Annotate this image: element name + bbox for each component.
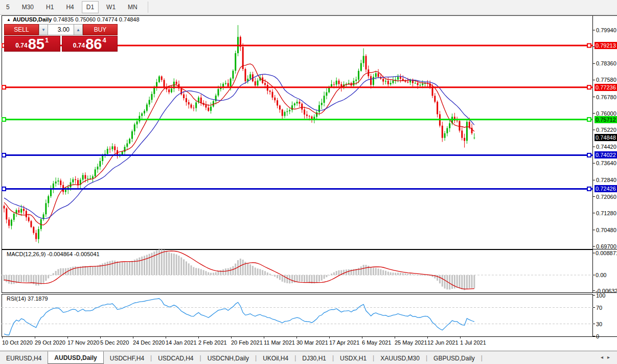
chart-header: ▲AUDUSD,Daily 0.74835 0.75060 0.74774 0.… <box>7 16 140 22</box>
price-tick-label: 0.69700 <box>596 243 616 250</box>
price-tick-label: 0.74420 <box>596 144 616 150</box>
tab-scroll-left-icon[interactable]: ◂ <box>601 354 607 360</box>
date-tick-label: 17 Nov 2020 <box>67 339 99 346</box>
mt4-window: { "toolbar": {"timeframes": ["5","M30","… <box>0 0 617 364</box>
main-chart-svg <box>0 0 617 364</box>
chart-tab-ukoil[interactable]: UKOil,H4 <box>257 352 294 364</box>
price-tick-label: 0.79940 <box>596 27 616 34</box>
chart-tab-usdx[interactable]: USDX,H1 <box>334 352 373 364</box>
macd-tick-label: 0.00 <box>596 272 606 279</box>
date-tick-label: 30 Mar 2021 <box>296 339 328 346</box>
level-price-badge: 0.75712 <box>595 116 617 123</box>
ma-8-line <box>4 64 474 225</box>
current-price-badge: 0.74848 <box>595 134 617 141</box>
chart-tab-usdcnh[interactable]: USDCNH,Daily <box>201 352 255 364</box>
volume-input[interactable]: 3.00 <box>48 24 74 35</box>
price-tick-label: 0.72060 <box>596 194 616 200</box>
rsi-tick-label: 30 <box>596 321 602 328</box>
sell-price-prefix: 0.74 <box>15 42 27 49</box>
chart-tab-usdchf[interactable]: USDCHF,H4 <box>104 352 150 364</box>
chart-tab-xauusd[interactable]: XAUUSD,M30 <box>374 352 426 364</box>
sell-price-display[interactable]: 0.74 85 1 <box>4 36 60 52</box>
tab-scroll-arrows: ◂▸ <box>601 354 614 360</box>
price-tick-label: 0.71280 <box>596 210 616 217</box>
date-tick-label: 11 Mar 2021 <box>264 339 295 346</box>
chart-tab-usdcad[interactable]: USDCAD,H4 <box>152 352 199 364</box>
chart-tab-audusd[interactable]: AUDUSD,Daily <box>48 351 103 364</box>
price-tick-label: 0.76780 <box>596 94 616 101</box>
date-tick-label: 12 Jun 2021 <box>427 339 459 346</box>
collapse-triangle-icon[interactable]: ▲ <box>7 17 11 22</box>
buy-price-display[interactable]: 0.74 86 4 <box>62 36 118 52</box>
date-tick-label: 20 Feb 2021 <box>231 339 263 346</box>
buy-price-prefix: 0.74 <box>73 42 85 49</box>
sell-button[interactable]: SELL <box>4 24 39 35</box>
one-click-trade-panel: SELL ▼ 3.00 ▲ BUY 0.74 85 1 0.74 86 4 <box>4 24 118 52</box>
rsi-pane-border <box>2 294 593 337</box>
chart-tab-bar: EURUSD,H4AUDUSD,DailyUSDCHF,H4|USDCAD,H4… <box>0 351 617 364</box>
tab-scroll-right-icon[interactable]: ▸ <box>607 354 614 360</box>
price-tick-label: 0.75220 <box>596 127 616 133</box>
chart-ohlc-values: 0.74835 0.75060 0.74774 0.74848 <box>53 16 139 22</box>
level-price-badge: 0.74022 <box>595 151 617 158</box>
tab-separator: | <box>481 351 483 364</box>
buy-button[interactable]: BUY <box>83 24 118 35</box>
chart-tab-gbpusd[interactable]: GBPUSD,Daily <box>427 352 481 364</box>
rsi-tick-label: 70 <box>596 305 602 311</box>
chart-tab-dj30[interactable]: DJ30,H1 <box>296 352 332 364</box>
level-price-badge: 0.72426 <box>595 185 617 192</box>
date-tick-label: 25 May 2021 <box>395 339 427 346</box>
date-tick-label: 14 Jan 2021 <box>166 339 197 346</box>
chart-symbol-label: AUDUSD,Daily <box>13 16 52 22</box>
date-tick-label: 17 Apr 2021 <box>329 339 359 346</box>
level-price-badge: 0.77236 <box>595 84 617 91</box>
rsi-tick-label: 100 <box>596 292 605 299</box>
price-tick-label: 0.72840 <box>596 177 616 184</box>
candles-group <box>4 25 475 243</box>
level-price-badge: 0.79213 <box>595 42 617 49</box>
rsi-group <box>2 299 593 335</box>
date-tick-label: 2 Feb 2021 <box>198 339 227 346</box>
date-tick-label: 6 May 2021 <box>362 339 391 346</box>
price-tick-label: 0.73640 <box>596 160 616 167</box>
sell-price-big-digits: 85 <box>28 37 44 51</box>
rsi-tick-label: 0 <box>596 333 599 340</box>
price-tick-label: 0.77580 <box>596 77 616 83</box>
volume-decrease-button[interactable]: ▼ <box>39 24 48 35</box>
sell-price-pip-digit: 1 <box>45 36 49 44</box>
price-tick-label: 0.70480 <box>596 227 616 234</box>
buy-price-big-digits: 86 <box>85 37 102 51</box>
macd-tick-label: 0.008871 <box>596 250 617 257</box>
chart-tab-eurusd[interactable]: EURUSD,H4 <box>0 352 48 364</box>
date-tick-label: 5 Dec 2020 <box>100 339 129 346</box>
rsi-line <box>4 299 474 335</box>
volume-increase-button[interactable]: ▲ <box>74 24 83 35</box>
rsi-indicator-label: RSI(14) 37.1879 <box>7 295 48 302</box>
levels-group <box>2 44 593 191</box>
price-tick-label: 0.78360 <box>596 60 616 67</box>
date-tick-label: 1 Jul 2021 <box>460 339 486 346</box>
macd-indicator-label: MACD(12,26,9) -0.004864 -0.005041 <box>7 251 100 257</box>
ma-18-line <box>4 74 474 219</box>
date-tick-label: 29 Oct 2020 <box>35 339 65 346</box>
date-tick-label: 10 Oct 2020 <box>2 339 33 346</box>
buy-price-pip-digit: 4 <box>102 36 106 44</box>
date-tick-label: 24 Dec 2020 <box>133 339 165 346</box>
